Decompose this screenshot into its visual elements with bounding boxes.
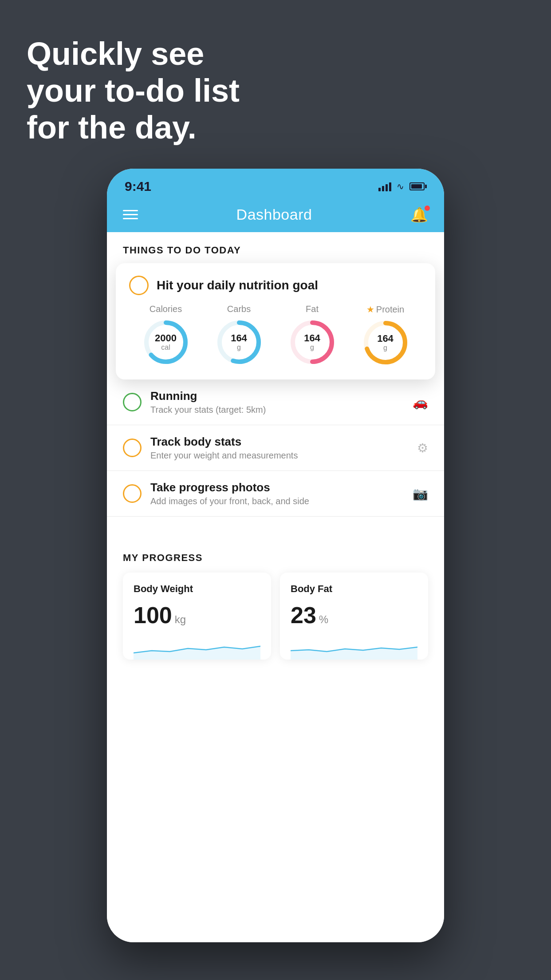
star-icon: ★ bbox=[366, 304, 374, 315]
progress-section: MY PROGRESS Body Weight 100 kg bbox=[107, 539, 444, 673]
calories-item: Calories 2000 cal bbox=[142, 304, 190, 367]
progress-photos-text: Take progress photos Add images of your … bbox=[150, 481, 413, 506]
wifi-icon: ∿ bbox=[397, 181, 404, 192]
body-fat-number: 23 bbox=[291, 602, 316, 628]
body-weight-card[interactable]: Body Weight 100 kg bbox=[123, 573, 271, 660]
progress-photos-check bbox=[123, 484, 142, 503]
battery-icon bbox=[409, 182, 425, 190]
main-content: THINGS TO DO TODAY Hit your daily nutrit… bbox=[107, 232, 444, 942]
calories-unit: cal bbox=[155, 344, 177, 352]
status-icons: ∿ bbox=[378, 181, 426, 192]
hero-text: Quickly see your to-do list for the day. bbox=[27, 36, 240, 146]
protein-value: 164 bbox=[377, 333, 394, 344]
notification-button[interactable]: 🔔 bbox=[410, 206, 428, 223]
section-header: THINGS TO DO TODAY bbox=[107, 232, 444, 263]
body-fat-unit: % bbox=[319, 613, 328, 626]
todo-running[interactable]: Running Track your stats (target: 5km) 🚗 bbox=[107, 379, 444, 425]
progress-photos-title: Take progress photos bbox=[150, 481, 413, 494]
phone-screen: 9:41 ∿ Dashboard bbox=[107, 169, 444, 942]
body-stats-subtitle: Enter your weight and measurements bbox=[150, 450, 417, 461]
section-title: THINGS TO DO TODAY bbox=[123, 245, 241, 256]
nutrition-check-circle bbox=[129, 276, 149, 295]
progress-title: MY PROGRESS bbox=[123, 552, 428, 564]
calories-label: Calories bbox=[150, 304, 182, 314]
hero-line2: your to-do list bbox=[27, 72, 240, 109]
body-weight-unit: kg bbox=[175, 613, 186, 626]
protein-ring: 164 g bbox=[361, 318, 410, 367]
notification-dot bbox=[425, 205, 430, 211]
nutrition-card[interactable]: Hit your daily nutrition goal Calories bbox=[116, 263, 435, 379]
fat-label: Fat bbox=[306, 304, 319, 314]
todo-body-stats[interactable]: Track body stats Enter your weight and m… bbox=[107, 425, 444, 471]
photo-icon: 📷 bbox=[413, 486, 428, 501]
carbs-unit: g bbox=[231, 344, 247, 352]
menu-button[interactable] bbox=[123, 210, 138, 219]
nutrition-card-title: Hit your daily nutrition goal bbox=[157, 278, 318, 292]
fat-value: 164 bbox=[304, 333, 320, 344]
protein-unit: g bbox=[377, 344, 394, 352]
body-fat-title: Body Fat bbox=[291, 583, 417, 595]
fat-unit: g bbox=[304, 344, 320, 352]
body-weight-number: 100 bbox=[134, 602, 172, 628]
body-weight-chart bbox=[134, 637, 260, 660]
carbs-ring: 164 g bbox=[215, 318, 264, 367]
calories-value: 2000 bbox=[155, 333, 177, 344]
fat-ring: 164 g bbox=[288, 318, 337, 367]
hero-line1: Quickly see bbox=[27, 36, 240, 72]
body-stats-check bbox=[123, 439, 142, 457]
calories-ring: 2000 cal bbox=[142, 318, 190, 367]
hero-line3: for the day. bbox=[27, 109, 240, 146]
body-fat-value: 23 % bbox=[291, 602, 417, 628]
progress-cards: Body Weight 100 kg bbox=[123, 573, 428, 660]
running-title: Running bbox=[150, 389, 413, 403]
body-stats-text: Track body stats Enter your weight and m… bbox=[150, 435, 417, 461]
carbs-item: Carbs 164 g bbox=[215, 304, 264, 367]
status-time: 9:41 bbox=[125, 179, 151, 194]
body-fat-chart bbox=[291, 637, 417, 660]
card-header: Hit your daily nutrition goal bbox=[129, 276, 422, 295]
nutrition-goals: Calories 2000 cal bbox=[129, 304, 422, 367]
signal-icon bbox=[378, 182, 391, 191]
scale-icon: ⚙ bbox=[417, 441, 428, 455]
todo-progress-photos[interactable]: Take progress photos Add images of your … bbox=[107, 471, 444, 517]
phone-mockup: 9:41 ∿ Dashboard bbox=[107, 169, 444, 942]
carbs-label: Carbs bbox=[227, 304, 251, 314]
nav-bar: Dashboard 🔔 bbox=[107, 200, 444, 232]
body-weight-title: Body Weight bbox=[134, 583, 260, 595]
body-stats-title: Track body stats bbox=[150, 435, 417, 449]
fat-item: Fat 164 g bbox=[288, 304, 337, 367]
running-subtitle: Track your stats (target: 5km) bbox=[150, 405, 413, 415]
nav-title: Dashboard bbox=[236, 206, 312, 223]
protein-item: ★ Protein 164 g bbox=[361, 304, 410, 367]
body-fat-card[interactable]: Body Fat 23 % bbox=[280, 573, 428, 660]
carbs-value: 164 bbox=[231, 333, 247, 344]
running-check bbox=[123, 393, 142, 411]
shoe-icon: 🚗 bbox=[413, 395, 428, 410]
protein-label: ★ Protein bbox=[366, 304, 404, 315]
progress-photos-subtitle: Add images of your front, back, and side bbox=[150, 496, 413, 506]
body-weight-value: 100 kg bbox=[134, 602, 260, 628]
status-bar: 9:41 ∿ bbox=[107, 169, 444, 200]
running-text: Running Track your stats (target: 5km) bbox=[150, 389, 413, 415]
